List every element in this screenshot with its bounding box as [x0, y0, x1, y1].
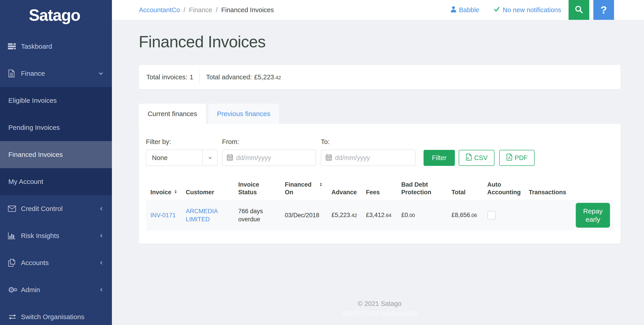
- calendar-icon: [326, 154, 332, 162]
- chevron-down-icon: [98, 70, 104, 77]
- document-icon: [8, 69, 18, 78]
- user-icon: [450, 6, 457, 14]
- sidebar-item-label: Eligible Invoices: [8, 97, 57, 104]
- sidebar-item-finance[interactable]: Finance: [0, 60, 112, 87]
- filter-by-label: Filter by:: [146, 138, 218, 146]
- sidebar-nav: Taskboard Finance Eligible Invoices Pend…: [0, 33, 112, 325]
- calendar-icon: [227, 154, 233, 162]
- sidebar-item-my-account[interactable]: My Account: [0, 168, 112, 195]
- to-date-input[interactable]: [335, 154, 415, 162]
- sidebar-item-accounts[interactable]: Accounts: [0, 249, 112, 276]
- customer-cell: ARCMEDIA LIMITED: [182, 207, 234, 223]
- chevron-left-icon: [98, 287, 104, 293]
- total-invoices-value: 1: [190, 74, 193, 81]
- user-menu[interactable]: Babble: [450, 6, 479, 14]
- copyright-text: © 2021 Satago: [139, 300, 620, 307]
- column-header-transactions: Transactions: [524, 188, 566, 196]
- breadcrumb: AccountantCo / Finance / Financed Invoic…: [139, 6, 274, 14]
- column-header-financed-on[interactable]: Financed On: [280, 181, 327, 196]
- sidebar-item-switch-organisations[interactable]: Switch Organisations: [0, 303, 112, 325]
- tab-bar: Current finances Previous finances: [139, 104, 620, 124]
- pdf-file-icon: [506, 153, 512, 162]
- filter-by-select[interactable]: None: [146, 150, 218, 166]
- bar-chart-icon: [8, 232, 18, 239]
- excel-file-icon: x: [466, 153, 472, 162]
- from-date-input-wrap: [222, 150, 316, 166]
- sort-icon[interactable]: [173, 188, 178, 196]
- column-header-total: Total: [447, 188, 483, 196]
- column-header-advance: Advance: [327, 188, 362, 196]
- sidebar: Satago Taskboard Finance Eligible Invoic…: [0, 0, 112, 325]
- gears-icon: ⚙⚙: [8, 286, 18, 294]
- tab-previous-finances[interactable]: Previous finances: [208, 104, 279, 124]
- pdf-label: PDF: [515, 154, 528, 162]
- sidebar-item-eligible-invoices[interactable]: Eligible Invoices: [0, 87, 112, 114]
- to-label: To:: [321, 138, 416, 146]
- taskboard-icon: [8, 43, 18, 50]
- column-header-fees: Fees: [362, 188, 397, 196]
- chevron-left-icon: [98, 206, 104, 212]
- to-date-group: To:: [321, 138, 416, 166]
- total-advanced: Total advanced: £5,223.42: [206, 74, 281, 81]
- chevron-left-icon: [98, 260, 104, 266]
- help-button[interactable]: ?: [593, 0, 614, 20]
- svg-text:x: x: [467, 156, 469, 160]
- column-header-bad-debt-protection: Bad Debt Protection: [397, 181, 447, 196]
- column-header-invoice[interactable]: Invoice: [146, 188, 182, 196]
- invoice-link[interactable]: INV-0171: [150, 212, 176, 219]
- sidebar-item-risk-insights[interactable]: Risk Insights: [0, 222, 112, 249]
- financed-on-cell: 03/Dec/2018: [280, 211, 327, 219]
- chevron-left-icon: [98, 233, 104, 239]
- breadcrumb-separator: /: [184, 6, 185, 14]
- sidebar-item-label: Accounts: [21, 259, 49, 267]
- summary-card: Total invoices: 1 Total advanced: £5,223…: [139, 65, 620, 89]
- sidebar-item-taskboard[interactable]: Taskboard: [0, 33, 112, 60]
- total-advanced-value: £5,223.42: [254, 74, 281, 81]
- csv-export-button[interactable]: x CSV: [459, 150, 494, 166]
- csv-label: CSV: [474, 154, 488, 162]
- sidebar-item-label: Financed Invoices: [8, 151, 63, 158]
- page-title: Financed Invoices: [139, 33, 620, 51]
- from-date-input[interactable]: [236, 154, 316, 162]
- finances-table: Invoice Customer Invoice Status Financed…: [146, 181, 613, 231]
- question-mark-icon: ?: [600, 4, 607, 16]
- column-header-invoice-status: Invoice Status: [234, 181, 280, 196]
- sidebar-item-label: Finance: [21, 70, 45, 77]
- breadcrumb-section: Finance: [189, 6, 212, 14]
- sidebar-item-credit-control[interactable]: Credit Control: [0, 195, 112, 222]
- advance-cell: £5,223.42: [327, 211, 362, 219]
- filter-by-value: None: [146, 150, 202, 166]
- user-name: Babble: [459, 6, 479, 14]
- search-icon: [574, 5, 584, 15]
- breadcrumb-current: Financed Invoices: [221, 6, 274, 14]
- copy-pages-icon: [8, 259, 18, 267]
- select-caret: [202, 150, 217, 166]
- auto-accounting-checkbox[interactable]: [487, 211, 496, 219]
- sidebar-item-admin[interactable]: ⚙⚙ Admin: [0, 276, 112, 303]
- satago-logo: Satago: [29, 6, 112, 24]
- from-label: From:: [222, 138, 316, 146]
- search-button[interactable]: [568, 0, 589, 20]
- main-content: Financed Invoices Total invoices: 1 Tota…: [112, 20, 644, 325]
- breadcrumb-org-link[interactable]: AccountantCo: [139, 6, 180, 14]
- notifications-text: No new notifications: [502, 6, 561, 14]
- notifications-link[interactable]: No new notifications: [494, 6, 561, 14]
- filter-button[interactable]: Filter: [424, 150, 455, 166]
- top-header: AccountantCo / Finance / Financed Invoic…: [112, 0, 644, 20]
- to-date-input-wrap: [321, 150, 416, 166]
- fees-cell: £3,412.64: [362, 211, 397, 219]
- sort-icon[interactable]: [318, 181, 323, 189]
- sidebar-item-label: Pending Invoices: [8, 124, 60, 131]
- column-header-customer: Customer: [182, 188, 234, 196]
- pdf-export-button[interactable]: PDF: [499, 150, 534, 166]
- customer-link[interactable]: ARCMEDIA LIMITED: [186, 207, 220, 223]
- header-right: Babble No new notifications ?: [450, 0, 644, 20]
- tab-current-finances[interactable]: Current finances: [139, 104, 206, 124]
- total-invoices: Total invoices: 1: [146, 74, 193, 81]
- sidebar-item-financed-invoices[interactable]: Financed Invoices: [0, 141, 112, 168]
- sidebar-item-pending-invoices[interactable]: Pending Invoices: [0, 114, 112, 141]
- bad-debt-protection-cell: £0.00: [397, 211, 447, 219]
- sidebar-item-label: Credit Control: [21, 205, 62, 212]
- repay-early-button[interactable]: Repay early: [576, 203, 610, 228]
- summary-divider: [200, 70, 200, 84]
